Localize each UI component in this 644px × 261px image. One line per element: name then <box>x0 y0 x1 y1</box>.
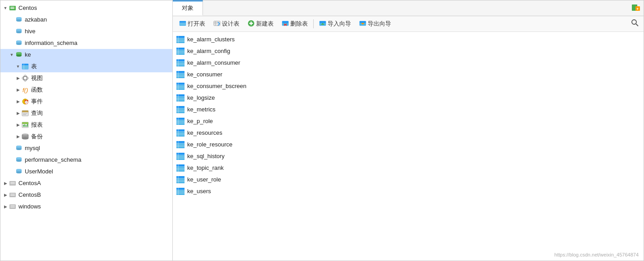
arrow-usermodel <box>9 167 15 177</box>
tree-db-ke[interactable]: ke <box>0 49 172 61</box>
db-icon-perf-schema <box>15 156 23 164</box>
svg-rect-166 <box>176 176 185 178</box>
table-row-icon <box>176 47 185 55</box>
svg-text:⏰: ⏰ <box>24 99 29 105</box>
arrow-windows <box>2 202 9 212</box>
table-row-name: ke_metrics <box>187 105 216 115</box>
svg-point-49 <box>16 148 22 150</box>
backups-label: 备份 <box>31 132 43 142</box>
tree-db-perf-schema[interactable]: performance_schema <box>0 154 172 166</box>
table-row-name: ke_alarm_config <box>187 46 230 56</box>
toolbar-separator-1 <box>313 19 314 28</box>
table-row[interactable]: ke_alarm_clusters <box>173 34 644 45</box>
arrow-views <box>15 73 21 83</box>
db-label-azkaban: azkaban <box>25 15 47 25</box>
svg-point-45 <box>22 134 28 136</box>
server-icon-centosb <box>9 191 17 199</box>
svg-rect-64 <box>10 195 15 196</box>
svg-point-91 <box>632 20 636 24</box>
svg-rect-172 <box>176 188 185 190</box>
table-row[interactable]: ke_role_resource <box>173 139 644 150</box>
table-row-icon <box>176 152 185 160</box>
svg-point-11 <box>16 31 22 33</box>
svg-point-28 <box>23 76 27 80</box>
table-row[interactable]: ke_users <box>173 186 644 197</box>
table-row-name: ke_p_role <box>187 116 213 126</box>
search-button[interactable] <box>629 18 641 30</box>
tree-node-functions[interactable]: f() 函数 <box>0 84 172 96</box>
svg-rect-72 <box>180 21 186 23</box>
new-table-button[interactable]: 新建表 <box>244 18 277 30</box>
svg-rect-160 <box>176 164 185 167</box>
svg-point-19 <box>16 55 22 57</box>
db-icon-mysql <box>15 144 23 152</box>
backups-icon <box>21 133 29 141</box>
tree-db-hive[interactable]: hive <box>0 26 172 37</box>
tree-server-windows[interactable]: windows <box>0 201 172 212</box>
table-row[interactable]: ke_consumer <box>173 69 644 80</box>
svg-point-8 <box>16 17 22 19</box>
sidebar: Centos azkaban <box>0 0 173 261</box>
table-row[interactable]: ke_alarm_consumer <box>173 57 644 69</box>
delete-table-button[interactable]: 删除表 <box>278 18 311 30</box>
tree-db-mysql[interactable]: mysql <box>0 142 172 154</box>
db-label-mysql: mysql <box>25 143 40 153</box>
tree-server-centosa[interactable]: CentosA <box>0 177 172 189</box>
arrow-ke <box>9 50 15 60</box>
tree-db-information-schema[interactable]: information_schema <box>0 37 172 49</box>
svg-text:+: + <box>636 7 639 11</box>
tab-objects[interactable]: 对象 <box>173 0 203 16</box>
table-row-icon <box>176 82 185 90</box>
tree-node-views[interactable]: 视图 <box>0 72 172 84</box>
svg-rect-67 <box>10 207 15 208</box>
tree-node-events[interactable]: ⏰ 事件 <box>0 96 172 107</box>
delete-table-label: 删除表 <box>290 20 308 28</box>
views-icon <box>21 74 29 82</box>
table-row-icon <box>176 59 185 67</box>
table-row[interactable]: ke_metrics <box>173 104 644 115</box>
db-label-usermodel: UserModel <box>25 167 53 177</box>
tree-node-tables[interactable]: 表 <box>0 61 172 72</box>
table-row[interactable]: ke_p_role <box>173 115 644 127</box>
export-wizard-icon <box>359 20 366 28</box>
arrow-centos <box>2 3 9 13</box>
design-table-button[interactable]: 设计表 <box>210 18 243 30</box>
server-icon-centosa <box>9 179 17 187</box>
import-wizard-label: 导入向导 <box>328 20 351 28</box>
new-table-label: 新建表 <box>256 20 274 28</box>
arrow-centosb <box>2 190 9 200</box>
table-row[interactable]: ke_topic_rank <box>173 162 644 174</box>
svg-point-30 <box>23 75 27 81</box>
import-wizard-button[interactable]: 导入向导 <box>315 18 355 30</box>
tree-db-azkaban[interactable]: azkaban <box>0 14 172 26</box>
tree-node-reports[interactable]: 报表 <box>0 119 172 131</box>
svg-point-53 <box>16 160 22 162</box>
open-table-button[interactable]: 打开表 <box>176 18 209 30</box>
table-row[interactable]: ke_logsize <box>173 92 644 104</box>
svg-rect-118 <box>176 83 185 85</box>
table-row[interactable]: ke_consumer_bscreen <box>173 80 644 92</box>
table-row-icon <box>176 187 185 195</box>
table-row[interactable]: ke_alarm_config <box>173 45 644 57</box>
queries-label: 查询 <box>31 108 43 118</box>
tree-server-centosb[interactable]: CentosB <box>0 189 172 201</box>
tree-server-centos[interactable]: Centos <box>0 2 172 14</box>
svg-rect-124 <box>176 94 185 97</box>
table-row-icon <box>176 176 185 184</box>
tree-node-queries[interactable]: 查询 <box>0 107 172 119</box>
table-row[interactable]: ke_sql_history <box>173 150 644 162</box>
db-label-info-schema: information_schema <box>25 38 77 48</box>
table-row-icon <box>176 106 185 114</box>
svg-rect-63 <box>10 194 15 195</box>
server-icon-windows <box>9 203 17 211</box>
svg-rect-35 <box>22 111 28 112</box>
tree-db-usermodel[interactable]: UserModel <box>0 166 172 177</box>
table-row-name: ke_consumer_bscreen <box>187 81 247 91</box>
tree-node-backups[interactable]: 备份 <box>0 131 172 142</box>
table-row[interactable]: ke_resources <box>173 127 644 139</box>
svg-point-12 <box>16 29 22 31</box>
footer-watermark: https://blog.csdn.net/weixin_45764874 <box>554 252 639 257</box>
export-wizard-button[interactable]: 导出向导 <box>356 18 395 30</box>
table-row[interactable]: ke_user_role <box>173 174 644 186</box>
arrow-reports <box>15 120 21 130</box>
